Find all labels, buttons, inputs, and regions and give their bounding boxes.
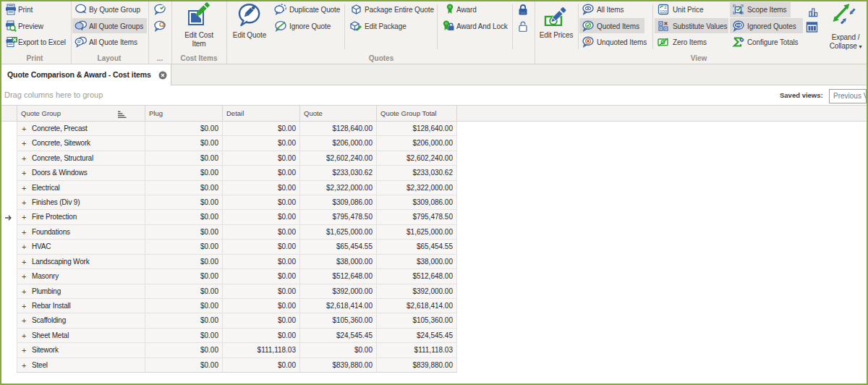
svg-text:100: 100 bbox=[660, 9, 668, 14]
